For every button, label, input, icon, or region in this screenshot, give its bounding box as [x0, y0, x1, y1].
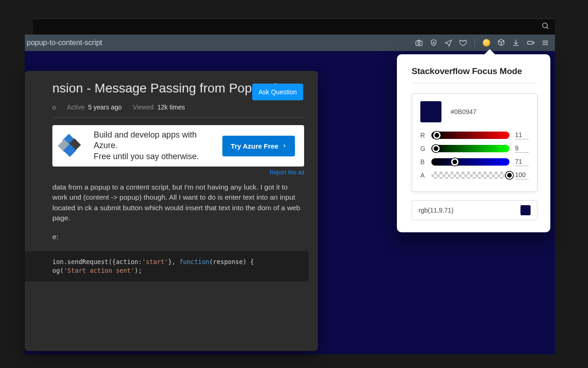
toolbar-icons	[415, 39, 549, 47]
window-top-strip	[33, 18, 555, 34]
azure-logo-icon	[62, 136, 82, 156]
slider-thumb-a[interactable]	[506, 172, 513, 179]
slider-g[interactable]	[431, 145, 509, 152]
meta-active-label: Active	[67, 104, 85, 111]
popup-title: Stackoverflow Focus Mode	[412, 66, 537, 76]
input-r[interactable]	[515, 131, 529, 139]
question-body: data from a popup to a content script, b…	[52, 182, 304, 282]
send-icon[interactable]	[444, 39, 452, 47]
input-g[interactable]	[515, 144, 529, 153]
report-ad-link[interactable]: Report this ad	[52, 169, 304, 176]
try-azure-button[interactable]: Try Azure Free	[222, 136, 295, 156]
rgb-swatch-mini	[520, 205, 531, 215]
camera-icon[interactable]	[415, 39, 423, 47]
svg-rect-5	[533, 42, 534, 43]
extension-face-icon[interactable]	[482, 39, 491, 47]
toolbar-separator	[475, 39, 475, 47]
ad-copy: Build and develop apps with Azure. Free …	[94, 130, 210, 162]
meta-fragment: o	[52, 104, 56, 111]
stackoverflow-panel: Ask Question nsion - Message Passing fro…	[25, 71, 318, 351]
cube-icon[interactable]	[497, 39, 505, 47]
input-b[interactable]	[515, 157, 529, 166]
popup-divider	[412, 83, 537, 83]
meta-viewed-value: 12k times	[158, 104, 185, 111]
channel-row-g: G	[420, 144, 529, 153]
ask-question-button[interactable]: Ask Question	[252, 84, 303, 100]
svg-point-0	[543, 23, 548, 28]
slider-r[interactable]	[431, 132, 509, 139]
search-icon[interactable]	[541, 22, 549, 32]
input-a[interactable]	[515, 171, 529, 179]
heart-icon[interactable]	[459, 39, 467, 47]
slider-thumb-r[interactable]	[433, 132, 441, 139]
rgb-output-input[interactable]	[418, 207, 516, 214]
slider-thumb-g[interactable]	[432, 145, 440, 152]
shield-x-icon[interactable]	[430, 39, 438, 47]
download-icon[interactable]	[512, 39, 520, 47]
meta-active-value: 5 years ago	[88, 104, 122, 111]
azure-ad[interactable]: Build and develop apps with Azure. Free …	[52, 125, 304, 167]
url-path: popup-to-content-script	[27, 39, 102, 47]
question-meta: o Active 5 years ago Viewed 12k times	[52, 104, 304, 118]
url-bar: popup-to-content-script	[25, 34, 555, 51]
channel-row-b: B	[420, 157, 529, 166]
channel-row-a: A	[420, 171, 529, 179]
rgb-output-row	[412, 200, 537, 220]
menu-icon[interactable]	[541, 39, 549, 47]
svg-rect-2	[416, 41, 422, 46]
channel-row-r: R	[420, 131, 529, 139]
color-swatch[interactable]	[420, 101, 441, 122]
slider-b[interactable]	[431, 158, 509, 166]
slider-thumb-b[interactable]	[451, 158, 458, 166]
extension-popup: Stackoverflow Focus Mode #0B0947 R G B A	[397, 54, 550, 232]
meta-viewed-label: Viewed	[133, 104, 154, 111]
hex-value: #0B0947	[451, 108, 476, 115]
svg-line-1	[547, 27, 548, 29]
svg-rect-4	[527, 41, 533, 44]
code-block: ion.sendRequest({action:'start'}, functi…	[25, 251, 309, 282]
svg-point-3	[418, 42, 420, 45]
body-paragraph-2: e:	[52, 232, 304, 242]
body-paragraph-1: data from a popup to a content script, b…	[52, 182, 304, 224]
color-picker-card: #0B0947 R G B A	[412, 93, 537, 192]
slider-a[interactable]	[431, 172, 509, 179]
battery-icon[interactable]	[526, 39, 535, 47]
